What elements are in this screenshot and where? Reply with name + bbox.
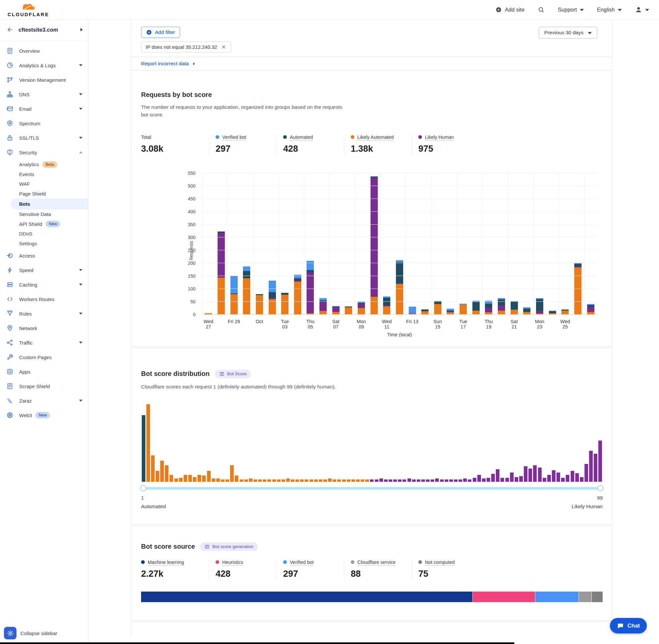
bar-thu-28[interactable] [215,231,228,314]
hist-bar-score-75[interactable] [486,478,491,482]
hist-bar-score-22[interactable] [239,480,244,482]
hist-bar-score-5[interactable] [160,461,165,481]
settings-gear-button[interactable] [4,627,17,639]
hist-bar-score-81[interactable] [514,477,519,482]
hist-bar-score-6[interactable] [165,465,169,481]
hist-bar-score-85[interactable] [533,465,537,481]
chat-button[interactable]: Chat [610,618,647,634]
hist-bar-score-35[interactable] [300,480,304,482]
bar-wed-04[interactable] [291,275,304,314]
bar-fri-06[interactable] [317,298,330,314]
bar-thu-26[interactable] [572,263,585,315]
hist-bar-score-62[interactable] [426,480,430,482]
bar-tue-17[interactable] [457,304,470,315]
bar-fri-27[interactable] [584,304,597,314]
hist-bar-score-57[interactable] [402,480,407,482]
bar-mon-02[interactable] [266,281,279,314]
hist-bar-score-90[interactable] [556,473,561,482]
filter-chip[interactable]: IP does not equal 35.212.240.32 [141,42,231,52]
hist-bar-score-12[interactable] [192,477,197,482]
hist-bar-score-34[interactable] [295,480,300,482]
hist-bar-score-69[interactable] [458,480,463,482]
hist-bar-score-7[interactable] [169,475,174,482]
hist-bar-score-49[interactable] [365,480,370,482]
hist-bar-score-39[interactable] [318,480,323,482]
add-site-button[interactable]: Add site [495,6,524,13]
hist-bar-score-19[interactable] [225,480,230,482]
bar-sun-15[interactable] [431,301,444,315]
hist-bar-score-95[interactable] [579,477,584,482]
hist-bar-score-11[interactable] [188,475,192,482]
hist-bar-score-17[interactable] [216,479,220,481]
language-menu[interactable]: English [597,6,622,13]
sidebar-subitem-events[interactable]: Events [0,169,88,179]
bar-sat-14[interactable] [419,309,431,315]
hist-bar-score-46[interactable] [351,480,355,482]
hist-bar-score-45[interactable] [346,480,351,482]
bar-thu-19[interactable] [482,301,495,314]
slider-handle-max[interactable] [597,485,604,491]
close-icon[interactable] [221,44,227,50]
hist-bar-score-28[interactable] [267,480,272,482]
bar-fri-29[interactable] [228,276,240,315]
hist-bar-score-76[interactable] [491,474,495,482]
hist-bar-score-78[interactable] [500,478,505,482]
hist-bar-score-66[interactable] [444,480,449,482]
sidebar-item-caching[interactable]: Caching [0,277,88,292]
hist-bar-score-79[interactable] [505,478,509,482]
site-selector[interactable]: cftestsite3.com [0,20,88,40]
hist-bar-score-31[interactable] [281,480,285,482]
sidebar-item-workers-routes[interactable]: Workers Routes [0,292,88,306]
sidebar-item-version-management[interactable]: Version Management [0,72,88,87]
hist-bar-score-41[interactable] [328,479,332,481]
hist-bar-score-1[interactable] [141,415,146,482]
hist-bar-score-8[interactable] [174,479,178,481]
hist-bar-score-80[interactable] [509,473,514,482]
sidebar-item-analytics-logs[interactable]: Analytics & Logs [0,58,88,72]
hist-bar-score-29[interactable] [272,480,276,482]
hist-bar-score-83[interactable] [523,466,528,482]
hist-bar-score-20[interactable] [230,465,234,481]
cloudflare-logo[interactable]: CLOUDFLARE [7,2,49,17]
hist-bar-score-9[interactable] [178,478,183,482]
bar-sat-07[interactable] [329,306,342,315]
support-menu[interactable]: Support [558,6,584,13]
bar-oct-01[interactable] [253,294,266,315]
account-menu[interactable] [635,6,649,13]
chevron-right-icon[interactable] [80,28,83,31]
hist-bar-score-51[interactable] [374,480,379,482]
time-range-dropdown[interactable]: Previous 30 days [539,27,597,39]
bar-tue-03[interactable] [279,293,291,314]
hist-bar-score-96[interactable] [584,464,588,482]
hist-bar-score-91[interactable] [561,478,565,482]
add-filter-button[interactable]: Add filter [141,27,180,38]
hist-bar-score-68[interactable] [453,480,458,482]
bar-mon-23[interactable] [534,298,546,315]
sidebar-subitem-settings[interactable]: Settings [0,239,88,249]
sidebar-item-email[interactable]: Email [0,101,88,116]
hist-bar-score-40[interactable] [323,480,327,482]
back-arrow-icon[interactable] [6,26,13,33]
slider-handle-min[interactable] [140,485,146,491]
bar-tue-10[interactable] [368,177,380,315]
hist-bar-score-4[interactable] [155,471,160,482]
sidebar-item-spectrum[interactable]: Spectrum [0,116,88,131]
hist-bar-score-48[interactable] [360,480,365,482]
hist-bar-score-64[interactable] [435,479,440,481]
bar-thu-12[interactable] [393,260,406,315]
sidebar-item-traffic[interactable]: Traffic [0,335,88,350]
bar-wed-11[interactable] [380,296,393,315]
hist-bar-score-71[interactable] [468,480,472,482]
sidebar-item-custom-pages[interactable]: Custom Pages [0,350,88,364]
hist-bar-score-55[interactable] [393,480,398,482]
hist-bar-score-10[interactable] [183,475,188,482]
hist-bar-score-53[interactable] [383,480,388,482]
search-button[interactable] [538,6,545,13]
hist-bar-score-54[interactable] [388,480,393,482]
hist-bar-score-37[interactable] [309,480,313,482]
hist-bar-score-13[interactable] [197,475,202,482]
hist-bar-score-27[interactable] [262,480,267,482]
hist-bar-score-73[interactable] [477,475,481,482]
sidebar-item-apps[interactable]: Apps [0,364,88,379]
bar-sat-21[interactable] [508,301,521,315]
